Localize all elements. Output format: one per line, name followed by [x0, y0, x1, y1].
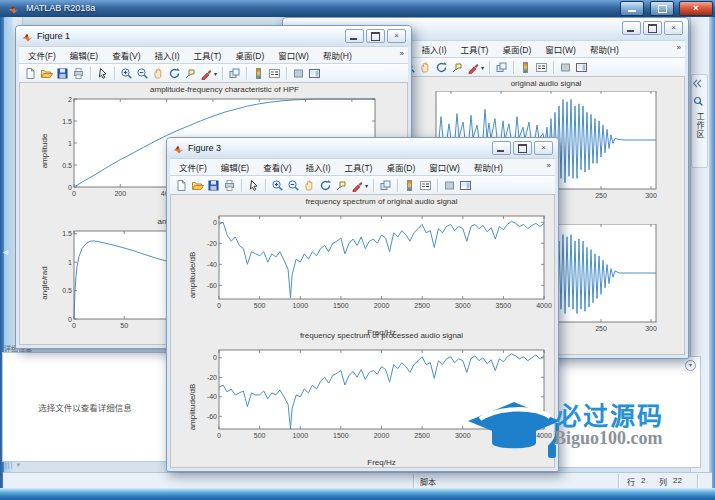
rotate-3d-icon[interactable]: [435, 61, 448, 74]
menu-file[interactable]: 文件(F): [28, 49, 56, 61]
brush-dropdown-icon[interactable]: ▾: [214, 70, 217, 77]
new-figure-icon[interactable]: [24, 67, 37, 80]
menu-window[interactable]: 窗口(W): [429, 161, 460, 173]
close-button[interactable]: ×: [679, 1, 713, 16]
row-value: 2: [641, 476, 645, 485]
hide-plot-tools-icon[interactable]: [292, 67, 305, 80]
data-cursor-icon[interactable]: [335, 179, 348, 192]
data-cursor-icon[interactable]: [451, 61, 464, 74]
brush-icon[interactable]: [351, 179, 364, 192]
save-figure-icon[interactable]: [207, 179, 220, 192]
hide-plot-tools-icon[interactable]: [443, 179, 456, 192]
restore-button[interactable]: [366, 29, 385, 43]
chart-title: frequency spectrum of original audio sig…: [219, 197, 544, 208]
menu-window[interactable]: 窗口(W): [545, 43, 576, 55]
menu-edit[interactable]: 编辑(E): [221, 161, 249, 173]
spectrum-original-plot[interactable]: 050010001500200025003000350040000-20-40-…: [201, 209, 559, 325]
menu-tools[interactable]: 工具(T): [345, 161, 373, 173]
search-icon[interactable]: [693, 96, 704, 107]
show-plot-tools-icon[interactable]: [575, 61, 588, 74]
minimize-button[interactable]: [620, 1, 644, 16]
pointer-icon[interactable]: [96, 67, 109, 80]
chevron-down-icon[interactable]: ▾: [685, 360, 696, 371]
insert-colorbar-icon[interactable]: [519, 61, 532, 74]
status-separator: [618, 474, 619, 488]
menu-tools[interactable]: 工具(T): [461, 43, 489, 55]
open-file-icon[interactable]: [191, 179, 204, 192]
insert-colorbar-icon[interactable]: [252, 67, 265, 80]
menu-edit[interactable]: 编辑(E): [70, 49, 98, 61]
figure3-titlebar[interactable]: Figure 3 ×: [167, 138, 558, 158]
zoom-out-icon[interactable]: [136, 67, 149, 80]
maximize-button[interactable]: [650, 1, 674, 16]
panel-resize-grip[interactable]: ||| ▾: [5, 461, 21, 469]
back-arrow-icon[interactable]: ◄: [1, 247, 10, 257]
save-figure-icon[interactable]: [56, 67, 69, 80]
pan-icon[interactable]: [303, 179, 316, 192]
rotate-3d-icon[interactable]: [168, 67, 181, 80]
open-file-icon[interactable]: [40, 67, 53, 80]
link-plot-icon[interactable]: [495, 61, 508, 74]
chart-title: amplitude-frequency characteristic of HP…: [74, 85, 375, 96]
pointer-icon[interactable]: [247, 179, 260, 192]
menu-file[interactable]: 文件(F): [179, 161, 207, 173]
menu-desktop[interactable]: 桌面(D): [386, 161, 415, 173]
insert-legend-icon[interactable]: [268, 67, 281, 80]
brush-dropdown-icon[interactable]: ▾: [365, 182, 368, 189]
svg-text:-60: -60: [207, 282, 217, 289]
data-cursor-icon[interactable]: [184, 67, 197, 80]
new-figure-icon[interactable]: [175, 179, 188, 192]
spectrum-processed-plot[interactable]: 050010001500200025003000350040000-20-40-…: [201, 343, 559, 455]
svg-text:3500: 3500: [496, 432, 512, 439]
menu-window[interactable]: 窗口(W): [278, 49, 309, 61]
restore-button[interactable]: [643, 21, 662, 35]
zoom-out-icon[interactable]: [287, 179, 300, 192]
collapse-panel-icon[interactable]: [693, 78, 704, 89]
print-figure-icon[interactable]: [223, 179, 236, 192]
link-plot-icon[interactable]: [379, 179, 392, 192]
menu-desktop[interactable]: 桌面(D): [502, 43, 531, 55]
rotate-3d-icon[interactable]: [319, 179, 332, 192]
menu-help[interactable]: 帮助(H): [323, 49, 352, 61]
minimize-button[interactable]: [492, 141, 511, 155]
show-plot-tools-icon[interactable]: [459, 179, 472, 192]
insert-legend-icon[interactable]: [419, 179, 432, 192]
menu-overflow-icon[interactable]: »: [677, 43, 681, 52]
zoom-in-icon[interactable]: [120, 67, 133, 80]
toolbar-separator: [437, 179, 438, 192]
minimize-button[interactable]: [622, 21, 641, 35]
menu-insert[interactable]: 插入(I): [306, 161, 331, 173]
menu-insert[interactable]: 插入(I): [155, 49, 180, 61]
insert-colorbar-icon[interactable]: [403, 179, 416, 192]
close-button[interactable]: ×: [534, 141, 553, 155]
close-button[interactable]: ×: [664, 21, 683, 35]
menu-help[interactable]: 帮助(H): [474, 161, 503, 173]
menu-desktop[interactable]: 桌面(D): [235, 49, 264, 61]
show-plot-tools-icon[interactable]: [308, 67, 321, 80]
menu-overflow-icon[interactable]: »: [547, 161, 551, 170]
menu-view[interactable]: 查看(V): [112, 49, 140, 61]
insert-legend-icon[interactable]: [535, 61, 548, 74]
brush-icon[interactable]: [200, 67, 213, 80]
menu-tools[interactable]: 工具(T): [194, 49, 222, 61]
workspace-tab-label[interactable]: 工作区: [694, 112, 705, 139]
brush-icon[interactable]: [467, 61, 480, 74]
menu-overflow-icon[interactable]: »: [400, 49, 404, 58]
menu-help[interactable]: 帮助(H): [590, 43, 619, 55]
minimize-button[interactable]: [345, 29, 364, 43]
print-figure-icon[interactable]: [72, 67, 85, 80]
brush-dropdown-icon[interactable]: ▾: [481, 64, 484, 71]
zoom-in-icon[interactable]: [271, 179, 284, 192]
pan-icon[interactable]: [152, 67, 165, 80]
hide-plot-tools-icon[interactable]: [559, 61, 572, 74]
figure1-titlebar[interactable]: Figure 1 ×: [16, 26, 411, 46]
menu-insert[interactable]: 插入(I): [422, 43, 447, 55]
pan-icon[interactable]: [419, 61, 432, 74]
svg-text:1: 1: [68, 140, 72, 147]
matlab-titlebar[interactable]: MATLAB R2018a ×: [0, 0, 715, 17]
svg-text:1: 1: [68, 259, 72, 266]
restore-button[interactable]: [513, 141, 532, 155]
close-button[interactable]: ×: [387, 29, 406, 43]
menu-view[interactable]: 查看(V): [263, 161, 291, 173]
link-plot-icon[interactable]: [228, 67, 241, 80]
